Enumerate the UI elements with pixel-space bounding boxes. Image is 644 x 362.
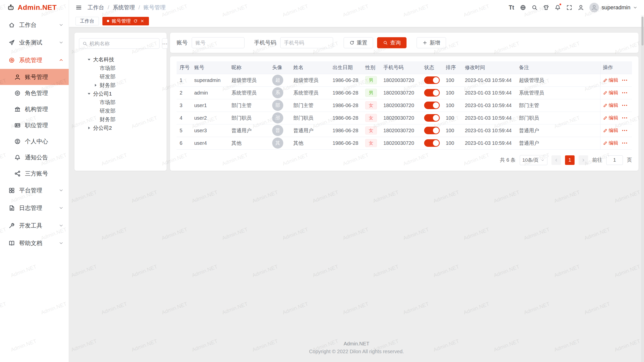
sidebar-item-account-mgmt[interactable]: 账号管理	[0, 69, 69, 85]
cell-sort: 100	[443, 137, 462, 149]
cell-avatar: 超	[269, 74, 290, 86]
status-toggle[interactable]	[424, 89, 440, 97]
sidebar-item-org-mgmt[interactable]: 机构管理	[0, 101, 69, 117]
row-more-button[interactable]	[621, 127, 628, 134]
font-size-button[interactable]: Tt	[506, 0, 517, 15]
tree-node[interactable]: 大名科技	[79, 55, 162, 64]
sidebar-item-third-party-account[interactable]: 三方账号	[0, 165, 69, 182]
edit-button[interactable]: 编辑	[603, 102, 618, 109]
page-size-select[interactable]: 10条/页	[520, 155, 547, 165]
scrollbar[interactable]	[641, 17, 643, 46]
user-menu[interactable]: superadmin	[589, 3, 639, 12]
row-more-button[interactable]	[621, 140, 628, 146]
tree-node[interactable]: 研发部	[79, 107, 162, 115]
tab-account-mgmt[interactable]: 账号管理	[102, 17, 149, 25]
tree-node[interactable]: 分公司1	[79, 89, 162, 98]
sidebar-item-business-test[interactable]: 业务测试	[0, 34, 69, 51]
edit-button[interactable]: 编辑	[603, 140, 618, 146]
row-more-button[interactable]	[621, 77, 628, 83]
add-button[interactable]: 新增	[417, 37, 446, 48]
reset-button[interactable]: 重置	[344, 37, 373, 48]
breadcrumb-item[interactable]: 系统管理	[113, 4, 135, 11]
cell-sort: 100	[443, 74, 462, 86]
edit-button[interactable]: 编辑	[603, 127, 618, 134]
tree-node[interactable]: 分公司2	[79, 124, 162, 132]
prev-page-button[interactable]	[551, 155, 561, 165]
accounts-table: 序号账号昵称头像姓名出生日期性别手机号码状态排序修改时间备注操作 1supera…	[177, 61, 632, 150]
tab-close-icon[interactable]	[140, 19, 144, 23]
breadcrumb-separator: /	[138, 4, 140, 11]
sidebar-item-workbench[interactable]: 工作台	[0, 16, 69, 34]
next-page-button[interactable]	[579, 155, 588, 165]
tree-node[interactable]: 财务部	[79, 115, 162, 124]
table-row: 3user1部门主管部部门主管1986-06-28女18020030720100…	[177, 99, 632, 112]
goto-page-input[interactable]	[606, 155, 623, 165]
sidebar-item-role-mgmt[interactable]: 角色管理	[0, 85, 69, 101]
column-header: 操作	[600, 61, 632, 74]
refresh-icon	[349, 40, 354, 45]
caret-right-icon[interactable]	[93, 83, 98, 88]
sidebar-item-help-docs[interactable]: 帮助文档	[0, 234, 69, 252]
org-search-box[interactable]	[79, 38, 159, 49]
caret-down-icon[interactable]	[87, 57, 92, 62]
brand-logo[interactable]: Admin.NET	[0, 0, 69, 15]
chevron-right-icon	[581, 158, 586, 162]
tree-node[interactable]: 财务部	[79, 81, 162, 89]
org-tree: 大名科技市场部研发部财务部分公司1市场部研发部财务部分公司2	[79, 55, 162, 132]
language-button[interactable]	[517, 0, 529, 15]
edit-button[interactable]: 编辑	[603, 89, 618, 96]
sidebar-menu: 工作台业务测试系统管理账号管理角色管理机构管理职位管理个人中心通知公告三方账号平…	[0, 15, 69, 252]
search-icon	[383, 40, 388, 45]
sidebar-item-log-mgmt[interactable]: 日志管理	[0, 199, 69, 217]
row-more-button[interactable]	[621, 89, 628, 96]
tree-node[interactable]: 市场部	[79, 98, 162, 107]
sidebar-item-notice[interactable]: 通知公告	[0, 149, 69, 165]
cell-account: user2	[191, 112, 228, 124]
status-toggle[interactable]	[424, 76, 440, 84]
cell-name: 超级管理员	[290, 74, 330, 86]
sidebar-item-personal-center[interactable]: 个人中心	[0, 133, 69, 149]
sidebar-item-position-mgmt[interactable]: 职位管理	[0, 117, 69, 133]
tree-node[interactable]: 研发部	[79, 72, 162, 81]
sidebar-item-platform-mgmt[interactable]: 平台管理	[0, 182, 69, 199]
page-1-button[interactable]: 1	[565, 155, 575, 165]
edit-button-label: 编辑	[609, 127, 618, 134]
menu-search-button[interactable]	[529, 0, 540, 15]
query-button[interactable]: 查询	[377, 37, 407, 48]
cell-index: 6	[177, 137, 191, 149]
tab-refresh-icon[interactable]	[133, 19, 138, 23]
org-search-input[interactable]	[90, 41, 156, 47]
fullscreen-button[interactable]	[564, 0, 575, 15]
status-toggle[interactable]	[424, 114, 440, 122]
status-toggle[interactable]	[424, 139, 440, 147]
notification-button[interactable]	[552, 0, 563, 15]
profile-button[interactable]	[575, 0, 586, 15]
account-filter-input[interactable]	[192, 37, 245, 48]
tree-node[interactable]: 市场部	[79, 64, 162, 72]
table-header-row: 序号账号昵称头像姓名出生日期性别手机号码状态排序修改时间备注操作	[177, 61, 632, 74]
sidebar-item-dev-tools[interactable]: 开发工具	[0, 217, 69, 234]
sidebar-item-system-mgmt[interactable]: 系统管理	[0, 51, 69, 69]
gender-tag: 女	[365, 114, 377, 122]
caret-right-icon[interactable]	[87, 125, 92, 130]
status-toggle[interactable]	[424, 102, 440, 109]
cell-avatar: 系	[269, 86, 290, 99]
breadcrumb-item[interactable]: 工作台	[88, 4, 104, 11]
caret-down-icon[interactable]	[87, 91, 92, 96]
sidebar-item-label: 平台管理	[19, 187, 42, 194]
status-toggle[interactable]	[424, 127, 440, 134]
phone-filter-input[interactable]	[280, 37, 333, 48]
edit-button[interactable]: 编辑	[603, 115, 618, 121]
cell-index: 2	[177, 86, 191, 99]
row-more-button[interactable]	[621, 102, 628, 109]
breadcrumb-item[interactable]: 账号管理	[143, 4, 166, 11]
tree-more-button[interactable]: ...	[162, 38, 168, 49]
collapse-menu-icon[interactable]	[75, 4, 82, 11]
tab-workbench[interactable]: 工作台	[75, 17, 99, 25]
edit-button[interactable]: 编辑	[603, 77, 618, 83]
theme-button[interactable]	[541, 0, 552, 15]
row-more-button[interactable]	[621, 115, 628, 121]
sidebar-item-label: 机构管理	[25, 105, 48, 113]
filter-bar: 账号 手机号码 重置 查询	[170, 33, 638, 53]
cell-actions: 编辑	[600, 137, 632, 149]
